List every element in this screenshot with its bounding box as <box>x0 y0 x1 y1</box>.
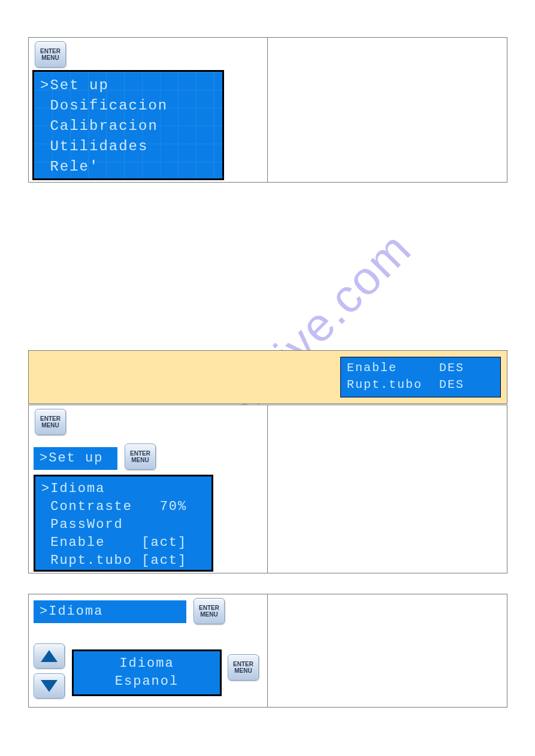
enter-label-1: ENTER <box>233 661 253 667</box>
lcd-line: >Idioma <box>40 603 103 621</box>
enter-label-1: ENTER <box>130 450 150 457</box>
panel1-right <box>268 38 507 182</box>
panel2-left: ENTER MENU >Set up ENTER MENU >Idioma Co… <box>29 405 268 573</box>
main-menu-lcd: >Set up Dosificacion Calibracion Utilida… <box>32 70 224 180</box>
panel3-left: >Idioma ENTER MENU Idioma Espanol ENTER … <box>29 594 268 707</box>
enter-menu-button[interactable]: ENTER MENU <box>228 654 259 681</box>
panel-row-1: ENTER MENU >Set up Dosificacion Calibrac… <box>28 37 507 183</box>
triangle-down-icon <box>41 680 58 692</box>
setup-strip-lcd: >Set up <box>34 447 117 470</box>
lcd-line: Rupt.tubo [act] <box>41 552 205 570</box>
lcd-line: Enable [act] <box>41 534 205 552</box>
enter-label-1: ENTER <box>199 605 219 611</box>
enter-label-2: MENU <box>41 422 59 429</box>
arrow-up-button[interactable] <box>34 643 65 669</box>
yellow-highlight-band: Enable DES Rupt.tubo DES <box>28 350 507 404</box>
enter-menu-button[interactable]: ENTER MENU <box>125 444 156 470</box>
enable-status-lcd: Enable DES Rupt.tubo DES <box>340 357 501 397</box>
panel3-right <box>268 594 507 707</box>
lcd-line: Rele' <box>40 157 216 177</box>
enter-label-2: MENU <box>200 611 217 618</box>
lcd-line: Utilidades <box>40 136 216 157</box>
lcd-line: Dosificacion <box>40 96 216 116</box>
enter-label-2: MENU <box>234 667 252 674</box>
lcd-line: Contraste 70% <box>41 498 205 516</box>
lcd-line: Espanol <box>80 673 214 691</box>
enter-menu-button[interactable]: ENTER MENU <box>194 598 225 624</box>
setup-submenu-lcd: >Idioma Contraste 70% PassWord Enable [a… <box>34 475 213 572</box>
enter-label-1: ENTER <box>40 415 61 422</box>
enter-menu-button[interactable]: ENTER MENU <box>35 41 66 68</box>
panel1-left: ENTER MENU >Set up Dosificacion Calibrac… <box>29 38 268 182</box>
lcd-line: Rupt.tubo DES <box>347 377 494 393</box>
arrow-down-button[interactable] <box>34 673 65 699</box>
enter-label-2: MENU <box>131 457 149 463</box>
lcd-line: PassWord <box>41 516 205 534</box>
panel2-right <box>268 405 507 573</box>
lcd-line: Enable DES <box>347 360 494 377</box>
enter-label-1: ENTER <box>40 48 61 54</box>
lcd-line: >Idioma <box>41 480 205 498</box>
triangle-up-icon <box>41 650 58 662</box>
enter-menu-button[interactable]: ENTER MENU <box>35 409 66 435</box>
enter-label-2: MENU <box>41 54 59 61</box>
lcd-line: Calibracion <box>40 116 216 136</box>
idioma-strip-lcd: >Idioma <box>34 600 186 623</box>
language-select-lcd: Idioma Espanol <box>72 649 222 696</box>
lcd-line: >Set up <box>40 450 103 467</box>
panel-row-2: ENTER MENU >Set up ENTER MENU >Idioma Co… <box>28 405 507 573</box>
lcd-line: >Set up <box>40 75 216 96</box>
lcd-line: Idioma <box>80 655 214 673</box>
panel-row-3: >Idioma ENTER MENU Idioma Espanol ENTER … <box>28 594 507 708</box>
